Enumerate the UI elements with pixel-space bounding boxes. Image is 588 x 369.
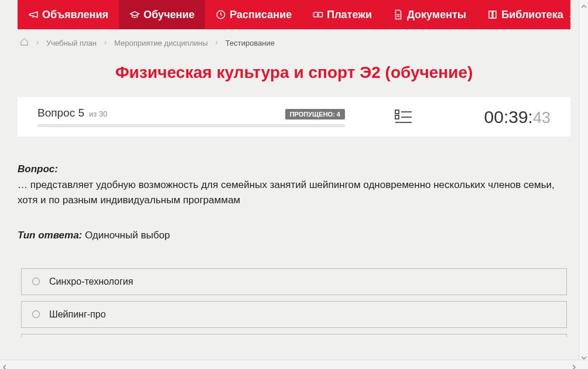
nav-item-announcements[interactable]: Объявления	[18, 0, 119, 29]
chevron-down-icon	[568, 11, 575, 18]
timer-main: 00:39:	[484, 107, 533, 127]
graduation-cap-icon	[129, 9, 140, 20]
scroll-up-icon	[581, 1, 587, 7]
breadcrumb-link[interactable]: Учебный план	[46, 39, 97, 47]
svg-rect-1	[314, 12, 323, 17]
answer-type-label: Тип ответа:	[18, 230, 82, 241]
answer-option-partial	[21, 334, 567, 337]
timer-seconds: 43	[533, 109, 551, 127]
scroll-left-icon	[2, 362, 8, 368]
scroll-down-icon	[581, 353, 587, 358]
answer-option[interactable]: Синхро-технология	[21, 268, 567, 295]
radio-icon	[32, 310, 40, 318]
file-text-icon	[393, 9, 404, 20]
horizontal-scrollbar[interactable]	[0, 360, 588, 369]
question-list-icon[interactable]	[395, 110, 412, 125]
answers-list: Синхро-технология Шейпинг-про	[18, 268, 570, 337]
answer-option[interactable]: Шейпинг-про	[21, 301, 567, 328]
nav-item-payments[interactable]: Платежи	[302, 0, 382, 29]
question-heading: Вопрос:	[18, 163, 570, 175]
vertical-scrollbar[interactable]	[579, 0, 588, 360]
book-icon	[487, 9, 498, 20]
question-text: … представляет удобную возможность для с…	[18, 177, 570, 209]
chevron-right-icon	[35, 39, 40, 47]
nav-label: Библиотека	[501, 9, 563, 21]
svg-rect-5	[395, 115, 399, 119]
megaphone-icon	[28, 9, 39, 20]
skipped-badge: ПРОПУЩЕНО: 4	[285, 109, 345, 119]
svg-point-2	[317, 14, 319, 16]
nav-label: Платежи	[327, 9, 372, 21]
status-bar: Вопрос 5 из 30 ПРОПУЩЕНО: 4 00:39:43	[18, 97, 570, 136]
breadcrumb-current: Тестирование	[225, 39, 275, 47]
question-number: Вопрос 5	[37, 107, 84, 119]
chevron-right-icon	[214, 39, 220, 47]
answer-text: Шейпинг-про	[49, 309, 106, 320]
nav-label: Документы	[407, 9, 466, 21]
breadcrumb-link[interactable]: Мероприятие дисциплины	[114, 39, 208, 47]
breadcrumb: Учебный план Мероприятие дисциплины Тест…	[0, 29, 588, 56]
scroll-right-icon	[571, 362, 577, 368]
page-title: Физическая культура и спорт Э2 (обучение…	[0, 56, 588, 97]
radio-icon	[32, 278, 40, 285]
nav-label: Расписание	[230, 9, 292, 21]
home-icon[interactable]	[20, 37, 29, 48]
nav-item-documents[interactable]: Документы	[382, 0, 477, 29]
nav-label: Обучение	[143, 9, 194, 21]
nav-item-library[interactable]: Библиотека	[477, 0, 586, 29]
top-navigation: Объявления Обучение Расписание Платежи Д…	[18, 0, 570, 29]
nav-item-schedule[interactable]: Расписание	[205, 0, 302, 29]
svg-rect-3	[395, 110, 399, 114]
chevron-right-icon	[102, 39, 108, 47]
answer-text: Синхро-технология	[49, 276, 133, 287]
clock-icon	[216, 9, 226, 20]
nav-item-learning[interactable]: Обучение	[119, 0, 205, 29]
banknote-icon	[313, 9, 323, 20]
nav-label: Объявления	[42, 9, 108, 21]
progress-bar	[37, 124, 345, 127]
answer-type-value: Одиночный выбор	[82, 230, 170, 241]
timer: 00:39:43	[484, 107, 551, 127]
question-total: из 30	[89, 110, 107, 118]
question-content: Вопрос: … представляет удобную возможнос…	[0, 136, 588, 355]
